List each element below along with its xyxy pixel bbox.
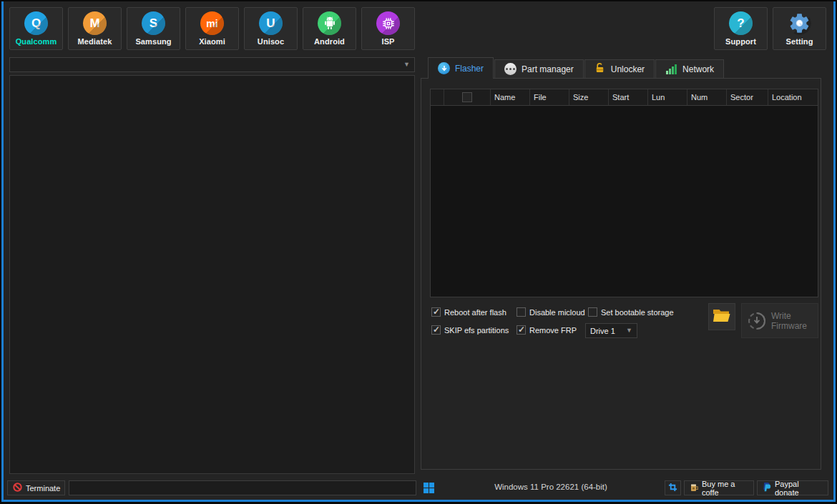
column-header-size[interactable]: Size [569, 89, 609, 105]
remove-frp-label: Remove FRP [529, 326, 577, 335]
drive-select-value: Drive 1 [590, 327, 615, 335]
qualcomm-letter: Q [31, 16, 41, 31]
xiaomi-button[interactable]: mi Xiaomi [185, 7, 239, 50]
qualcomm-button[interactable]: Q Qualcomm [9, 7, 63, 50]
download-dashed-circle-icon [748, 312, 765, 330]
brand-toolbar: Q Qualcomm M Mediatek S Samsung mi Xiaom… [9, 7, 415, 50]
column-header-num[interactable]: Num [687, 89, 727, 105]
buy-coffee-button[interactable]: Buy me a coffe [684, 480, 754, 495]
disable-micloud-checkbox[interactable] [517, 307, 526, 317]
open-firmware-folder-button[interactable] [708, 303, 735, 330]
isp-label: ISP [381, 37, 394, 46]
windows-logo-button[interactable] [421, 480, 437, 495]
unisoc-label: Unisoc [258, 37, 284, 46]
terminate-label: Terminate [26, 484, 60, 493]
tab-bar: Flasher Part manager Unlocker Network [428, 57, 725, 79]
qualcomm-icon: Q [24, 11, 48, 35]
column-header-location[interactable]: Location [768, 89, 818, 105]
mediatek-letter: M [89, 16, 99, 31]
disable-micloud-label: Disable micloud [529, 308, 585, 317]
setting-label: Setting [786, 37, 813, 46]
tab-flasher[interactable]: Flasher [428, 57, 494, 79]
folder-icon [713, 307, 731, 326]
download-circle-icon [438, 62, 450, 74]
window-border-right [833, 1, 836, 502]
samsung-button[interactable]: S Samsung [127, 7, 180, 50]
header-row-index-column [431, 89, 444, 105]
support-button[interactable]: ? Support [714, 7, 768, 50]
header-checkbox-cell [444, 89, 491, 105]
flash-tool-window: Q Qualcomm M Mediatek S Samsung mi Xiaom… [0, 0, 837, 504]
xiaomi-letter: mi [206, 18, 217, 29]
crop-icon [668, 483, 677, 493]
option-set-bootable-storage: Set bootable storage [588, 307, 674, 317]
tab-unlocker[interactable]: Unlocker [584, 59, 655, 79]
dots-circle-icon [504, 63, 517, 75]
xiaomi-icon: mi [200, 11, 224, 35]
tab-unlocker-label: Unlocker [611, 64, 645, 74]
qualcomm-label: Qualcomm [16, 37, 57, 46]
tab-network-label: Network [682, 64, 714, 74]
set-bootable-storage-label: Set bootable storage [601, 308, 674, 317]
buy-coffee-label: Buy me a coffe [702, 480, 748, 497]
isp-button[interactable]: ISP [361, 7, 415, 50]
column-header-start[interactable]: Start [609, 89, 648, 105]
unisoc-letter: U [266, 16, 275, 31]
partition-table[interactable]: Name File Size Start Lun Num Sector Loca… [430, 89, 818, 297]
android-label: Android [314, 37, 345, 46]
skip-efs-partitions-checkbox[interactable] [431, 325, 441, 335]
top-right-toolbar: ? Support Setting [714, 7, 826, 50]
paypal-donate-button[interactable]: Paypal donate [757, 480, 828, 495]
column-header-lun[interactable]: Lun [648, 89, 687, 105]
windows-logo-icon [424, 483, 434, 493]
gear-icon [788, 11, 811, 35]
android-button[interactable]: Android [303, 7, 356, 50]
terminate-button[interactable]: Terminate [7, 480, 65, 495]
chip-icon [376, 11, 400, 35]
column-header-file[interactable]: File [530, 89, 569, 105]
os-info-text: Windows 11 Pro 22621 (64-bit) [444, 483, 658, 491]
column-header-name[interactable]: Name [491, 89, 530, 105]
partition-table-header: Name File Size Start Lun Num Sector Loca… [431, 89, 818, 106]
support-label: Support [725, 37, 756, 46]
mediatek-button[interactable]: M Mediatek [68, 7, 122, 50]
write-firmware-label: Write Firmware [771, 311, 811, 331]
remove-frp-checkbox[interactable] [517, 325, 526, 335]
no-entry-icon [13, 483, 22, 493]
unisoc-button[interactable]: U Unisoc [244, 7, 298, 50]
tab-part-manager[interactable]: Part manager [494, 59, 584, 79]
reboot-after-flash-checkbox[interactable] [431, 307, 441, 317]
tab-network[interactable]: Network [655, 59, 724, 79]
coffee-cup-icon [690, 483, 698, 493]
snip-button[interactable] [665, 480, 681, 495]
window-border-bottom [1, 500, 836, 502]
signal-bars-icon [665, 64, 677, 74]
tab-part-manager-label: Part manager [522, 64, 574, 74]
samsung-label: Samsung [135, 37, 171, 46]
paypal-donate-label: Paypal donate [775, 480, 823, 497]
paypal-icon [763, 483, 771, 493]
set-bootable-storage-checkbox[interactable] [588, 307, 597, 317]
column-header-sector[interactable]: Sector [727, 89, 768, 105]
option-remove-frp: Remove FRP [517, 325, 577, 335]
option-skip-efs-partitions: SKIP efs partitions [431, 325, 509, 335]
samsung-icon: S [142, 11, 165, 35]
chevron-down-icon: ▼ [626, 327, 632, 334]
setting-button[interactable]: Setting [773, 7, 826, 50]
option-disable-micloud: Disable micloud [517, 307, 585, 317]
select-all-checkbox[interactable] [462, 92, 472, 102]
question-mark-icon: ? [729, 11, 753, 35]
mediatek-icon: M [83, 11, 107, 35]
reboot-after-flash-label: Reboot after flash [444, 308, 506, 317]
open-padlock-icon [594, 62, 606, 76]
device-select-combobox[interactable]: ▼ [9, 57, 415, 72]
drive-select-dropdown[interactable]: Drive 1 ▼ [585, 323, 637, 338]
write-firmware-button[interactable]: Write Firmware [741, 303, 818, 338]
option-reboot-after-flash: Reboot after flash [431, 307, 506, 317]
tab-flasher-label: Flasher [455, 64, 484, 74]
progress-bar [69, 480, 416, 495]
unisoc-icon: U [259, 11, 283, 35]
log-output-panel[interactable] [9, 75, 415, 474]
skip-efs-partitions-label: SKIP efs partitions [444, 326, 509, 335]
xiaomi-label: Xiaomi [199, 37, 225, 46]
